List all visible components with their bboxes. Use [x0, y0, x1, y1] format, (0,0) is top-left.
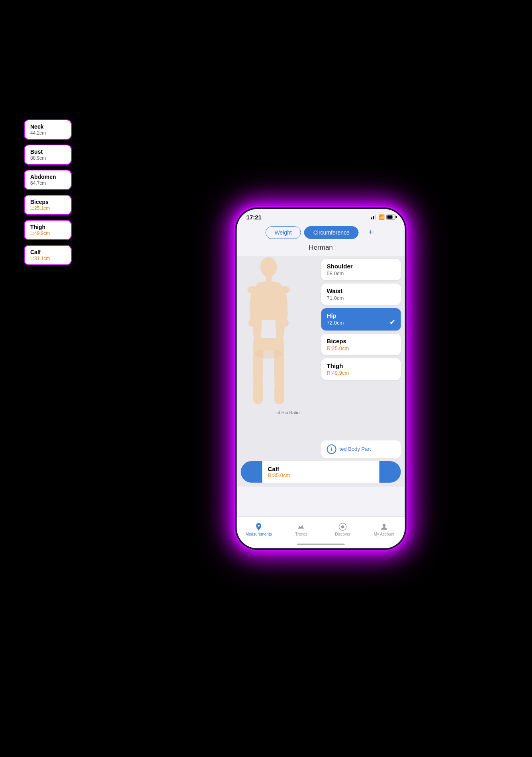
biceps-r-card[interactable]: Biceps R:25.0cm — [321, 334, 401, 355]
ratio-text: st-Hip Ratio — [277, 410, 299, 415]
float-abdomen-card: Abdomen 64.7cm — [24, 170, 72, 190]
calf-card[interactable]: Calf R:35.0cm — [262, 461, 379, 483]
signal-bar-1 — [371, 217, 372, 219]
float-calf-l-card: Calf L:31.1cm — [24, 245, 72, 265]
float-biceps-l-value: L:25.1cm — [30, 205, 65, 211]
float-bust-value: 88.9cm — [30, 155, 65, 161]
hip-label: Hip — [327, 312, 395, 319]
nav-my-account-label: My Account — [374, 532, 395, 536]
add-circle-icon: + — [327, 444, 336, 454]
nav-my-account[interactable]: My Account — [372, 522, 396, 536]
tab-circumference[interactable]: Circumference — [304, 226, 359, 239]
float-neck-card: Neck 44.2cm — [24, 119, 72, 140]
float-labels-container: Neck 44.2cm Bust 88.9cm Abdomen 64.7cm B… — [24, 119, 72, 265]
waist-card[interactable]: Waist 71.0cm — [321, 284, 401, 305]
content-area: Shoulder 58.0cm Waist 71.0cm Hip 72.0cm — [237, 256, 405, 487]
shoulder-value: 58.0cm — [327, 270, 395, 276]
calf-swipe-left[interactable] — [241, 461, 262, 483]
measurements-list: Shoulder 58.0cm Waist 71.0cm Hip 72.0cm — [321, 256, 401, 383]
waist-label: Waist — [327, 288, 395, 294]
add-body-part-button[interactable]: + ted Body Part — [321, 440, 401, 458]
signal-bar-2 — [373, 216, 374, 219]
status-bar: 17:21 📶 — [237, 209, 405, 223]
nav-trends[interactable]: Trends — [289, 522, 313, 536]
float-calf-l-label: Calf — [30, 249, 65, 255]
float-bust-card: Bust 88.9cm — [24, 145, 72, 165]
nav-discover-label: Discover — [335, 532, 350, 536]
waist-value: 71.0cm — [327, 295, 395, 301]
float-bust-label: Bust — [30, 149, 65, 155]
float-abdomen-value: 64.7cm — [30, 180, 65, 186]
float-biceps-l-label: Biceps — [30, 199, 65, 205]
shoulder-card[interactable]: Shoulder 58.0cm — [321, 259, 401, 280]
body-figure-svg — [241, 256, 297, 407]
thigh-r-label: Thigh — [327, 362, 395, 369]
float-thigh-l-card: Thigh L:49.9cm — [24, 220, 72, 240]
float-abdomen-label: Abdomen — [30, 174, 65, 180]
user-name: Herman — [237, 242, 405, 256]
nav-measurements-label: Measurements — [246, 532, 272, 536]
top-tabs: Weight Circumference + — [237, 223, 405, 242]
phone-screen: 17:21 📶 Weight — [237, 209, 405, 548]
signal-bar-3 — [375, 215, 376, 219]
scene: Neck 44.2cm Bust 88.9cm Abdomen 64.7cm B… — [0, 0, 532, 757]
biceps-r-label: Biceps — [327, 338, 395, 344]
thigh-r-value: R:49.9cm — [327, 370, 395, 376]
svg-point-8 — [383, 524, 385, 526]
hip-card[interactable]: Hip 72.0cm ✔ — [321, 308, 401, 331]
signal-bars — [371, 215, 376, 219]
calf-swipe-row: Calf R:35.0cm — [237, 461, 405, 483]
status-icons: 📶 — [371, 214, 395, 220]
status-time: 17:21 — [246, 214, 262, 221]
battery-icon — [387, 215, 395, 219]
phone-outer: 17:21 📶 Weight — [235, 207, 407, 550]
svg-point-4 — [248, 319, 254, 327]
add-body-part-label: ted Body Part — [340, 446, 371, 452]
trends-nav-icon — [297, 522, 306, 531]
hip-value: 72.0cm — [327, 320, 395, 326]
calf-label: Calf — [268, 466, 374, 472]
float-neck-value: 44.2cm — [30, 130, 65, 136]
shoulder-label: Shoulder — [327, 263, 395, 270]
nav-discover[interactable]: Discover — [331, 522, 355, 536]
discover-nav-icon — [338, 522, 347, 531]
nav-measurements[interactable]: Measurements — [246, 522, 272, 536]
measurements-nav-icon — [254, 522, 263, 531]
hip-check-icon: ✔ — [389, 318, 395, 327]
add-measurement-button[interactable]: + — [365, 227, 376, 238]
svg-point-5 — [283, 319, 289, 327]
svg-point-6 — [254, 349, 283, 358]
float-biceps-l-card: Biceps L:25.1cm — [24, 195, 72, 215]
my-account-nav-icon — [380, 522, 389, 531]
float-thigh-l-value: L:49.9cm — [30, 231, 65, 236]
wifi-icon: 📶 — [378, 214, 385, 220]
thigh-r-card[interactable]: Thigh R:49.9cm — [321, 358, 401, 380]
biceps-r-value: R:25.0cm — [327, 345, 395, 351]
nav-trends-label: Trends — [295, 532, 307, 536]
body-figure — [241, 256, 297, 407]
svg-point-0 — [260, 257, 277, 276]
tab-weight[interactable]: Weight — [265, 226, 301, 239]
battery-fill — [387, 215, 393, 219]
float-thigh-l-label: Thigh — [30, 224, 65, 230]
home-indicator — [297, 544, 345, 545]
float-calf-l-value: L:31.1cm — [30, 256, 65, 261]
float-neck-label: Neck — [30, 123, 65, 130]
phone-wrapper: 17:21 📶 Weight — [235, 207, 407, 550]
calf-value: R:35.0cm — [268, 472, 374, 478]
calf-swipe-right[interactable] — [379, 461, 401, 483]
